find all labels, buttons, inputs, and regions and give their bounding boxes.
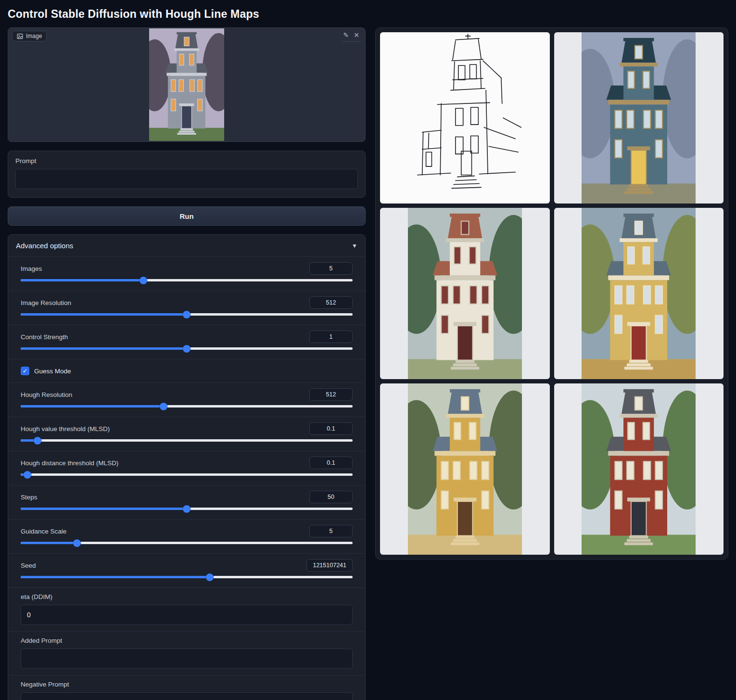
slider-group-steps: Steps 50 [8, 485, 365, 519]
generated-image [582, 32, 696, 204]
slider-handle[interactable] [140, 277, 147, 284]
hough-value-threshold-number-input[interactable]: 0.1 [309, 422, 353, 435]
negative-prompt-field-group: Negative Prompt [8, 675, 365, 700]
generated-image [582, 208, 696, 379]
image-resolution-label: Image Resolution [21, 299, 71, 306]
slider-fill [21, 576, 210, 578]
slider-group-control-strength: Control Strength 1 [8, 325, 365, 359]
hough-distance-threshold-label: Hough distance threshold (MLSD) [21, 459, 118, 467]
negative-prompt-input[interactable] [21, 692, 353, 700]
eta-field-group: eta (DDIM) [8, 587, 365, 631]
generated-image [582, 383, 696, 555]
slider-group-guidance-scale: Guidance Scale 5 [8, 519, 365, 553]
hough-resolution-slider[interactable] [21, 405, 353, 407]
slider-handle[interactable] [34, 437, 41, 445]
advanced-options-panel: Advanced options ▼ Images 5 Image Resolu… [8, 234, 366, 700]
images-number-input[interactable]: 5 [309, 262, 353, 275]
generated-image [408, 208, 522, 379]
page-title: Control Stable Diffusion with Hough Line… [0, 0, 736, 27]
gallery-item-result-4[interactable] [380, 383, 550, 555]
results-gallery [375, 27, 728, 560]
added-prompt-input[interactable] [21, 649, 353, 669]
hough-line-map-image [408, 32, 522, 204]
slider-fill [21, 542, 77, 544]
prompt-input[interactable] [15, 169, 358, 189]
slider-handle[interactable] [160, 403, 167, 410]
gallery-item-result-1[interactable] [554, 32, 724, 204]
prompt-panel: Prompt [8, 151, 366, 198]
hough-distance-threshold-number-input[interactable]: 0.1 [309, 457, 353, 469]
added-prompt-field-group: Added Prompt [8, 631, 365, 675]
slider-group-hough-value-threshold: Hough value threshold (MLSD) 0.1 [8, 417, 365, 451]
control-strength-label: Control Strength [21, 333, 68, 341]
slider-fill [21, 313, 187, 316]
negative-prompt-label: Negative Prompt [21, 681, 353, 688]
seed-number-input[interactable]: 1215107241 [306, 559, 353, 572]
gallery-item-result-2[interactable] [380, 208, 550, 379]
guidance-scale-label: Guidance Scale [21, 528, 66, 535]
steps-label: Steps [21, 494, 38, 501]
generated-image [408, 383, 522, 555]
image-icon [17, 33, 23, 39]
slider-handle[interactable] [183, 311, 190, 318]
slider-fill [21, 508, 187, 510]
image-label-badge: Image [12, 31, 47, 41]
eta-input[interactable] [21, 605, 353, 625]
guess-mode-label: Guess Mode [34, 368, 71, 375]
control-strength-number-input[interactable]: 1 [309, 331, 353, 343]
slider-group-hough-resolution: Hough Resolution 512 [8, 382, 365, 417]
clear-image-button[interactable]: ✕ [354, 32, 359, 38]
edit-image-button[interactable]: ✎ [343, 32, 349, 38]
slider-handle[interactable] [73, 539, 81, 547]
slider-group-image-resolution: Image Resolution 512 [8, 291, 365, 325]
slider-group-seed: Seed 1215107241 [8, 553, 365, 587]
slider-handle[interactable] [206, 573, 214, 581]
eta-label: eta (DDIM) [21, 593, 353, 600]
added-prompt-label: Added Prompt [21, 637, 353, 644]
checkbox-checked-icon: ✓ [21, 367, 29, 375]
hough-resolution-number-input[interactable]: 512 [309, 388, 353, 401]
gallery-item-hough-line-map[interactable] [380, 32, 550, 204]
slider-fill [21, 347, 187, 350]
prompt-label: Prompt [15, 157, 358, 165]
steps-slider[interactable] [21, 508, 353, 510]
hough-value-threshold-label: Hough value threshold (MLSD) [21, 425, 110, 433]
slider-handle[interactable] [183, 505, 190, 513]
control-strength-slider[interactable] [21, 347, 353, 350]
chevron-down-icon: ▼ [352, 242, 357, 249]
slider-group-hough-distance-threshold: Hough distance threshold (MLSD) 0.1 [8, 451, 365, 485]
slider-handle[interactable] [24, 471, 31, 479]
hough-distance-threshold-slider[interactable] [21, 473, 353, 476]
image-resolution-slider[interactable] [21, 313, 353, 316]
results-column [375, 27, 728, 560]
advanced-options-accordion[interactable]: Advanced options ▼ [8, 235, 365, 256]
steps-number-input[interactable]: 50 [309, 491, 353, 503]
controls-column: Image ✎ ✕ [8, 27, 366, 700]
hough-resolution-label: Hough Resolution [21, 391, 72, 398]
image-resolution-number-input[interactable]: 512 [309, 296, 353, 309]
slider-fill [21, 405, 164, 407]
advanced-options-label: Advanced options [16, 242, 73, 250]
slider-group-images: Images 5 [8, 256, 365, 291]
input-image[interactable] [149, 28, 224, 141]
gallery-item-result-5[interactable] [554, 383, 724, 555]
guidance-scale-slider[interactable] [21, 542, 353, 544]
slider-handle[interactable] [183, 345, 190, 353]
hough-value-threshold-slider[interactable] [21, 439, 353, 442]
guess-mode-checkbox[interactable]: ✓ Guess Mode [8, 359, 365, 382]
gallery-item-result-3[interactable] [554, 208, 724, 379]
seed-slider[interactable] [21, 576, 353, 578]
guidance-scale-number-input[interactable]: 5 [309, 525, 353, 537]
slider-fill [21, 279, 143, 281]
image-label: Image [26, 33, 42, 39]
images-label: Images [21, 265, 42, 272]
image-input-panel: Image ✎ ✕ [8, 27, 366, 142]
images-slider[interactable] [21, 279, 353, 281]
seed-label: Seed [21, 562, 36, 569]
run-button[interactable]: Run [8, 206, 366, 226]
